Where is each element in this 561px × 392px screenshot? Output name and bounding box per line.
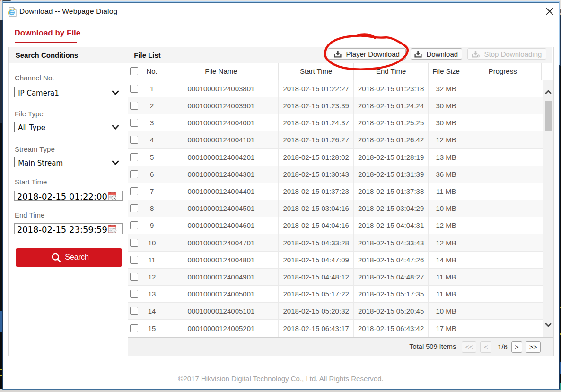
cell-end-time: 2018-02-15 03:04:29: [354, 200, 429, 217]
cell-file-name: 00010000124004701: [164, 234, 279, 251]
prev-page-button[interactable]: <: [480, 341, 491, 353]
download-icon: [414, 51, 422, 58]
channel-no-select[interactable]: IP Camera1: [14, 87, 122, 97]
row-checkbox-cell: [128, 217, 140, 234]
row-checkbox[interactable]: [130, 273, 138, 281]
close-button[interactable]: [544, 6, 555, 17]
row-checkbox[interactable]: [130, 187, 138, 195]
table-body: 1000100001240038012018-02-15 01:22:27201…: [128, 80, 543, 337]
copyright-text: ©2017 Hikvision Digital Technology Co., …: [2, 375, 560, 383]
download-button[interactable]: Download: [411, 48, 462, 60]
last-page-button[interactable]: >>: [526, 341, 541, 353]
row-checkbox[interactable]: [130, 136, 138, 144]
column-header-spacer: [542, 63, 553, 80]
row-checkbox-cell: [128, 234, 140, 251]
cell-progress: [464, 166, 543, 183]
cell-progress: [464, 286, 543, 303]
scroll-down-icon[interactable]: [545, 323, 552, 327]
player-download-button[interactable]: Player Download: [328, 48, 406, 60]
tab-download-by-file[interactable]: Download by File: [15, 28, 81, 38]
row-checkbox[interactable]: [130, 324, 138, 332]
search-conditions-header: Search Conditions: [9, 47, 127, 63]
cell-no: 13: [140, 286, 164, 303]
table-row: 5000100001240042012018-02-15 01:28:02201…: [128, 149, 543, 166]
cell-start-time: 2018-02-15 04:04:16: [279, 217, 354, 234]
start-time-input[interactable]: 2018-02-15 01:22:00: [14, 191, 123, 201]
cell-end-time: 2018-02-15 04:33:43: [354, 234, 429, 251]
table-row: 11000100001240048012018-02-15 04:47:0920…: [128, 252, 543, 269]
row-checkbox[interactable]: [130, 204, 138, 212]
table-row: 8000100001240045012018-02-15 03:04:16201…: [128, 200, 543, 217]
cell-progress: [464, 252, 543, 269]
end-time-input[interactable]: 2018-02-15 23:59:59: [14, 223, 123, 234]
background-top-dot: [0, 0, 1, 1]
search-button-label: Search: [65, 253, 89, 261]
column-header-start-time: Start Time: [279, 63, 354, 80]
row-checkbox[interactable]: [130, 307, 138, 315]
cell-file-size: 11 MB: [429, 183, 464, 200]
cell-no: 6: [140, 166, 164, 183]
table-row: 4000100001240041012018-02-15 01:26:27201…: [128, 131, 543, 148]
row-checkbox[interactable]: [130, 153, 138, 161]
end-time-value: 2018-02-15 23:59:59: [17, 225, 107, 235]
end-time-label: End Time: [15, 211, 44, 219]
cell-end-time: 2018-02-15 04:04:31: [354, 217, 429, 234]
cell-file-size: 10 MB: [429, 303, 464, 320]
dialog-border-left: [2, 20, 3, 391]
cell-start-time: 2018-02-15 04:48:12: [279, 269, 354, 286]
table-row: 7000100001240044012018-02-15 01:37:23201…: [128, 183, 543, 200]
table-scrollbar[interactable]: [543, 80, 553, 337]
cell-file-name: 00010000124004301: [164, 166, 279, 183]
cell-file-size: 11 MB: [429, 269, 464, 286]
search-icon: [51, 253, 61, 263]
row-checkbox[interactable]: [130, 290, 138, 298]
stream-type-select[interactable]: Main Stream: [14, 157, 122, 167]
table-row: 13000100001240050012018-02-15 05:17:2220…: [128, 286, 543, 303]
row-checkbox[interactable]: [130, 256, 138, 264]
cell-file-size: 10 MB: [429, 200, 464, 217]
tab-underline: [15, 42, 78, 43]
file-type-select[interactable]: All Type: [14, 122, 122, 132]
select-all-checkbox[interactable]: [130, 67, 138, 75]
table-row: 6000100001240043012018-02-15 01:30:43201…: [128, 166, 543, 183]
row-checkbox[interactable]: [130, 119, 138, 127]
calendar-icon[interactable]: [108, 224, 117, 234]
cell-file-size: 14 MB: [429, 252, 464, 269]
channel-no-label: Channel No.: [15, 74, 54, 82]
cell-file-size: 30 MB: [429, 114, 464, 131]
search-button[interactable]: Search: [16, 248, 122, 267]
table-row: 9000100001240046012018-02-15 04:04:16201…: [128, 217, 543, 234]
cell-end-time: 2018-02-15 01:31:39: [354, 166, 429, 183]
row-checkbox[interactable]: [130, 239, 138, 247]
cell-file-size: 12 MB: [429, 217, 464, 234]
stop-downloading-label: Stop Downloading: [484, 50, 542, 58]
scroll-up-icon[interactable]: [545, 90, 552, 94]
cell-no: 10: [140, 234, 164, 251]
cell-no: 2: [140, 97, 164, 114]
cell-end-time: 2018-02-15 04:48:27: [354, 269, 429, 286]
pagination-bar: Total 509 Items << < 1/6 > >>: [128, 337, 553, 356]
cell-no: 4: [140, 131, 164, 148]
cell-file-name: 00010000124004001: [164, 114, 279, 131]
calendar-icon[interactable]: [108, 192, 117, 201]
row-checkbox[interactable]: [130, 102, 138, 110]
player-download-label: Player Download: [346, 50, 399, 58]
first-page-button[interactable]: <<: [462, 341, 476, 353]
page-indicator: 1/6: [498, 343, 508, 351]
scrollbar-thumb[interactable]: [545, 101, 552, 131]
chevron-down-icon: [112, 125, 119, 130]
cell-file-name: 00010000124004101: [164, 131, 279, 148]
cell-end-time: 2018-02-15 01:24:24: [354, 97, 429, 114]
cell-file-name: 00010000124004401: [164, 183, 279, 200]
column-header-file-name: File Name: [164, 63, 279, 80]
cell-file-name: 00010000124004601: [164, 217, 279, 234]
row-checkbox[interactable]: [130, 170, 138, 178]
cell-file-name: 00010000124005001: [164, 286, 279, 303]
row-checkbox-cell: [128, 166, 140, 183]
stop-downloading-button[interactable]: Stop Downloading: [467, 48, 546, 60]
table-row: 14000100001240051012018-02-15 05:20:3220…: [128, 303, 543, 320]
table-row: 10000100001240047012018-02-15 04:33:2820…: [128, 234, 543, 251]
next-page-button[interactable]: >: [511, 341, 522, 353]
row-checkbox[interactable]: [130, 221, 138, 229]
row-checkbox[interactable]: [130, 85, 138, 93]
